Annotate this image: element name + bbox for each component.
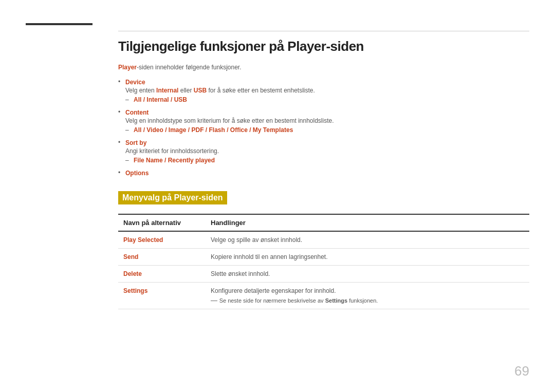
- content-desc: Velg en innholdstype som kriterium for å…: [125, 117, 529, 124]
- table-row: Delete Slette ønsket innhold.: [118, 266, 529, 283]
- device-desc-h1: Internal: [156, 87, 178, 94]
- row-name-delete: Delete: [118, 266, 206, 283]
- col1-header: Navn på alternativ: [118, 214, 206, 231]
- row-desc-send: Kopiere innhold til en annen lagringsenh…: [206, 249, 529, 266]
- intro-text: -siden inneholder følgende funksjoner.: [137, 64, 241, 71]
- settings-note-highlight: Settings: [325, 297, 347, 304]
- row-desc-delete: Slette ønsket innhold.: [206, 266, 529, 283]
- sortby-desc-text: Angi kriteriet for innholdssortering.: [125, 147, 219, 155]
- left-accent-bar: [26, 23, 92, 25]
- page-number: 69: [514, 363, 529, 379]
- table-row: Send Kopiere innhold til en annen lagrin…: [118, 249, 529, 266]
- table-row: Settings Konfigurere detaljerte egenskap…: [118, 283, 529, 309]
- row-desc-play-selected: Velge og spille av ønsket innhold.: [206, 231, 529, 249]
- sortby-desc: Angi kriteriet for innholdssortering.: [125, 147, 529, 155]
- list-item-content: Content Velg en innholdstype som kriteri…: [118, 108, 529, 134]
- device-desc-after: for å søke etter en bestemt enhetsliste.: [207, 87, 315, 94]
- section-heading: Menyvalg på Player-siden: [118, 191, 227, 204]
- device-desc-before: Velg enten: [125, 87, 156, 94]
- device-desc-h2: USB: [194, 87, 207, 94]
- page-container: Tilgjengelige funksjoner på Player-siden…: [0, 0, 555, 392]
- sortby-label: Sort by: [125, 139, 146, 146]
- menu-table: Navn på alternativ Handlinger Play Selec…: [118, 214, 529, 309]
- device-sub-item: All / Internal / USB: [125, 96, 529, 103]
- sortby-sub-text: File Name / Recently played: [134, 157, 215, 164]
- row-name-play-selected: Play Selected: [118, 231, 206, 249]
- features-list: Device Velg enten Internal eller USB for…: [118, 78, 529, 177]
- settings-note-dash: —: [211, 296, 219, 304]
- device-desc-mid: eller: [178, 87, 193, 94]
- device-sub-text: All / Internal / USB: [134, 96, 187, 103]
- list-item-device: Device Velg enten Internal eller USB for…: [118, 78, 529, 103]
- row-name-send: Send: [118, 249, 206, 266]
- intro-paragraph: Player-siden inneholder følgende funksjo…: [118, 64, 529, 71]
- device-label: Device: [125, 79, 145, 86]
- list-item-options: Options: [118, 169, 529, 177]
- list-item-sortby: Sort by Angi kriteriet for innholdssorte…: [118, 139, 529, 164]
- col2-header: Handlinger: [206, 214, 529, 231]
- table-row: Play Selected Velge og spille av ønsket …: [118, 231, 529, 249]
- content-sub-item: All / Video / Image / PDF / Flash / Offi…: [125, 126, 529, 134]
- row-desc-settings: Konfigurere detaljerte egenskaper for in…: [206, 283, 529, 309]
- settings-note-prefix: Se neste side for nærmere beskrivelse av: [219, 297, 325, 304]
- options-label: Options: [125, 170, 149, 177]
- content-desc-text: Velg en innholdstype som kriterium for å…: [125, 117, 334, 124]
- top-divider-line: [118, 31, 529, 31]
- main-content: Tilgjengelige funksjoner på Player-siden…: [118, 39, 529, 309]
- content-label: Content: [125, 109, 149, 116]
- device-desc: Velg enten Internal eller USB for å søke…: [125, 87, 529, 94]
- settings-desc: Konfigurere detaljerte egenskaper for in…: [211, 287, 336, 294]
- page-title: Tilgjengelige funksjoner på Player-siden: [118, 39, 529, 54]
- settings-note-suffix: funksjonen.: [347, 297, 378, 304]
- row-name-settings: Settings: [118, 283, 206, 309]
- content-sub-text: All / Video / Image / PDF / Flash / Offi…: [134, 126, 293, 134]
- intro-highlight: Player: [118, 64, 137, 71]
- sortby-sub-item: File Name / Recently played: [125, 157, 529, 164]
- settings-note: — Se neste side for nærmere beskrivelse …: [211, 296, 524, 304]
- table-header-row: Navn på alternativ Handlinger: [118, 214, 529, 231]
